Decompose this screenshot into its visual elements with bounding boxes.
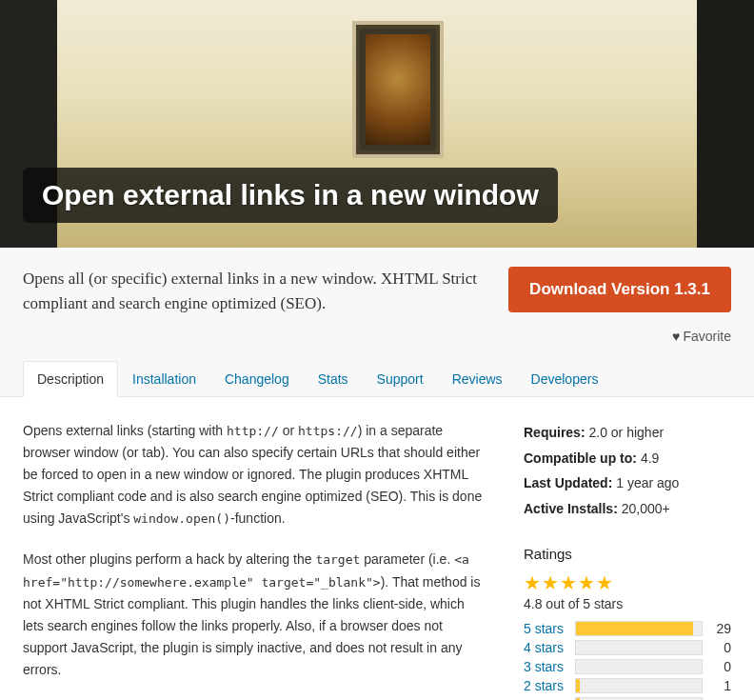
tab-changelog[interactable]: Changelog	[210, 361, 304, 396]
plugin-title: Open external links in a new window	[23, 168, 558, 223]
plugin-tabs: DescriptionInstallationChangelogStatsSup…	[23, 361, 731, 396]
rating-label: 2 stars	[524, 678, 566, 693]
rating-bar	[575, 678, 703, 693]
tab-support[interactable]: Support	[363, 361, 438, 396]
plugin-summary: Opens all (or specific) external links i…	[23, 267, 508, 315]
description-content: Opens external links (starting with http…	[23, 420, 484, 700]
rating-label: 5 stars	[524, 621, 566, 636]
plugin-header: Opens all (or specific) external links i…	[0, 248, 754, 397]
rating-bar	[575, 659, 703, 674]
rating-count: 0	[712, 640, 731, 655]
plugin-banner: Open external links in a new window	[0, 0, 754, 248]
rating-count: 29	[712, 621, 731, 636]
rating-label: 3 stars	[524, 659, 566, 674]
favorite-label: Favorite	[683, 329, 731, 344]
download-button[interactable]: Download Version 1.3.1	[508, 267, 731, 312]
tab-stats[interactable]: Stats	[304, 361, 363, 396]
tab-reviews[interactable]: Reviews	[438, 361, 517, 396]
rating-label: 4 stars	[524, 640, 566, 655]
rating-bar	[575, 640, 703, 655]
tab-description[interactable]: Description	[23, 361, 118, 397]
meta-list: Requires: 2.0 or higher Compatible up to…	[524, 420, 731, 521]
favorite-button[interactable]: ♥Favorite	[23, 329, 731, 344]
rating-count: 1	[712, 678, 731, 693]
plugin-sidebar: Requires: 2.0 or higher Compatible up to…	[524, 420, 731, 700]
rating-bar	[575, 621, 703, 636]
rating-row[interactable]: 3 stars0	[524, 659, 731, 674]
ratings-title: Ratings	[524, 546, 731, 562]
star-rating-icon: ★★★★★	[524, 571, 731, 594]
rating-row[interactable]: 2 stars1	[524, 678, 731, 693]
rating-summary: 4.8 out of 5 stars	[524, 596, 731, 611]
tab-developers[interactable]: Developers	[517, 361, 613, 396]
rating-row[interactable]: 5 stars29	[524, 621, 731, 636]
rating-count: 0	[712, 659, 731, 674]
banner-window	[352, 21, 444, 158]
rating-row[interactable]: 4 stars0	[524, 640, 731, 655]
tab-installation[interactable]: Installation	[118, 361, 210, 396]
heart-icon: ♥	[672, 329, 680, 344]
